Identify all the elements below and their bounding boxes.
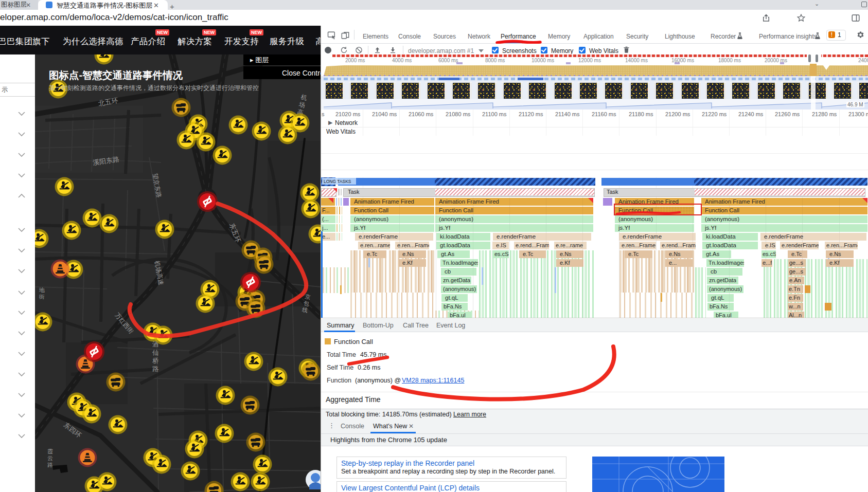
svg-text:线: 线 [302, 306, 308, 314]
svg-text:北五环: 北五环 [98, 96, 119, 107]
svg-text:仙: 仙 [152, 349, 159, 356]
svg-text:图标点-智慧交通道路事件情况: 图标点-智慧交通道路事件情况 [49, 69, 183, 81]
svg-text:云: 云 [47, 455, 53, 461]
svg-text:▸ 图层: ▸ 图层 [250, 56, 269, 64]
svg-text:桥: 桥 [152, 357, 159, 365]
svg-text:路: 路 [152, 366, 159, 373]
svg-text:街: 街 [39, 294, 45, 300]
svg-text:路: 路 [47, 462, 53, 468]
svg-text:望京东路: 望京东路 [151, 173, 163, 198]
svg-text:某一时刻检测道路的交通事件情况，通过数据分布对实时交通进行治: 某一时刻检测道路的交通事件情况，通过数据分布对实时交通进行治理和管控 [49, 84, 259, 92]
svg-text:地: 地 [39, 287, 45, 293]
svg-text:霞: 霞 [47, 448, 53, 454]
svg-text:Close Contro: Close Contro [282, 69, 321, 77]
